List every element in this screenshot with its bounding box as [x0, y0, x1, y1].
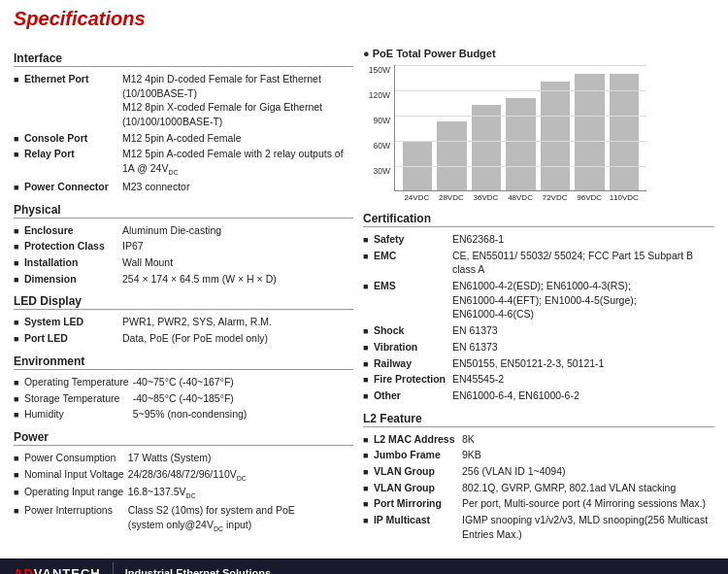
table-row: ■ Relay Port M12 5pin A-coded Female wit… — [14, 146, 353, 179]
value-vlan-group-1: 256 (VLAN ID 1~4094) — [460, 463, 714, 480]
table-row: ■ Installation Wall Mount — [14, 254, 353, 271]
table-row: ■ Console Port M12 5pin A-coded Female — [14, 130, 353, 147]
table-row: ■ VLAN Group 802.1Q, GVRP, GMRP, 802.1ad… — [363, 480, 714, 496]
label-storage-temp: ■ Storage Temperature — [14, 390, 131, 407]
chart-container: ● PoE Total Power Budget 150W 120W 90W 6… — [363, 48, 714, 202]
label-other: ■ Other — [363, 388, 450, 404]
section-power: Power — [14, 430, 353, 446]
bar-72vdc — [541, 65, 570, 190]
logo-prefix: AD — [14, 566, 34, 574]
label-safety: ■ Safety — [363, 231, 450, 248]
left-column: Interface ■ Ethernet Port M12 4pin D-cod… — [14, 44, 353, 544]
table-row: ■ Vibration EN 61373 — [363, 339, 714, 355]
table-row: ■ System LED PWR1, PWR2, SYS, Alarm, R.M… — [14, 314, 353, 330]
value-port-led: Data, PoE (For PoE model only) — [120, 330, 353, 347]
label-fire-protection: ■ Fire Protection — [363, 371, 450, 388]
label-mac: ■ L2 MAC Address — [363, 431, 460, 448]
section-physical: Physical — [14, 203, 353, 219]
value-vibration: EN 61373 — [450, 339, 714, 355]
value-emc: CE, EN55011/ 55032/ 55024; FCC Part 15 S… — [450, 248, 714, 278]
table-row: ■ Operating Input range 16.8~137.5VDC — [14, 484, 353, 502]
label-power-connector: ■ Power Connector — [14, 179, 120, 195]
label-protection-class: ■ Protection Class — [14, 238, 120, 254]
y-label-30: 30W — [363, 166, 390, 176]
value-fire-protection: EN45545-2 — [450, 371, 714, 388]
value-other: EN61000-6-4, EN61000-6-2 — [450, 388, 714, 404]
value-railway: EN50155, EN50121-2-3, 50121-1 — [450, 355, 714, 372]
value-protection-class: IP67 — [120, 238, 353, 254]
table-row: ■ IP Multicast IGMP snooping v1/v2/v3, M… — [363, 512, 714, 542]
power-table: ■ Power Consumption 17 Watts (System) ■ … — [14, 450, 353, 535]
table-row: ■ Jumbo Frame 9KB — [363, 447, 714, 463]
value-installation: Wall Mount — [120, 254, 353, 271]
table-row: ■ Storage Temperature -40~85°C (-40~185°… — [14, 390, 353, 407]
bar-96vdc — [575, 65, 604, 190]
table-row: ■ Ethernet Port M12 4pin D-coded Female … — [14, 71, 353, 130]
label-vibration: ■ Vibration — [363, 339, 450, 355]
table-row: ■ EMC CE, EN55011/ 55032/ 55024; FCC Par… — [363, 248, 714, 278]
interface-table: ■ Ethernet Port M12 4pin D-coded Female … — [14, 71, 353, 195]
table-row: ■ Nominal Input Voltage 24/28/36/48/72/9… — [14, 466, 353, 485]
x-label-28vdc: 28VDC — [437, 193, 467, 202]
table-row: ■ Power Connector M23 connector — [14, 179, 353, 195]
table-row: ■ Power Consumption 17 Watts (System) — [14, 450, 353, 466]
y-label-60: 60W — [363, 141, 390, 151]
table-row: ■ Safety EN62368-1 — [363, 231, 714, 248]
value-power-consumption: 17 Watts (System) — [126, 450, 353, 466]
value-ip-multicast: IGMP snooping v1/v2/v3, MLD snooping(256… — [460, 512, 714, 542]
page-title: Specifications — [0, 0, 728, 34]
logo-suffix: VANTECH — [34, 566, 101, 574]
table-row: ■ Port LED Data, PoE (For PoE model only… — [14, 330, 353, 347]
value-vlan-group-2: 802.1Q, GVRP, GMRP, 802.1ad VLAN stackin… — [460, 480, 714, 496]
label-dimension: ■ Dimension — [14, 271, 120, 287]
bar-fill — [506, 98, 535, 190]
right-column: ● PoE Total Power Budget 150W 120W 90W 6… — [363, 44, 714, 544]
value-dimension: 254 × 174 × 64.5 mm (W × H × D) — [120, 271, 353, 287]
footer-main: ADVANTECH Industrial Ethernet Solutions — [0, 558, 728, 574]
physical-table: ■ Enclosure Aluminum Die-casting ■ Prote… — [14, 222, 353, 287]
label-port-led: ■ Port LED — [14, 330, 120, 347]
label-installation: ■ Installation — [14, 254, 120, 271]
value-operating-temp: -40~75°C (-40~167°F) — [131, 374, 353, 390]
value-relay-port: M12 5pin A-coded Female with 2 relay out… — [120, 146, 353, 179]
label-console-port: ■ Console Port — [14, 130, 120, 147]
footer-tagline: Industrial Ethernet Solutions — [125, 567, 271, 574]
label-power-consumption: ■ Power Consumption — [14, 450, 126, 466]
label-relay-port: ■ Relay Port — [14, 146, 120, 179]
value-mac: 8K — [460, 431, 714, 448]
label-enclosure: ■ Enclosure — [14, 222, 120, 239]
section-interface: Interface — [14, 51, 353, 67]
bar-fill — [575, 74, 604, 190]
label-operating-range: ■ Operating Input range — [14, 484, 126, 502]
value-humidity: 5~95% (non-condensing) — [131, 406, 353, 422]
footer-logo: ADVANTECH — [14, 566, 101, 574]
bar-fill — [541, 82, 570, 190]
table-row: ■ Shock EN 61373 — [363, 322, 714, 339]
bar-fill — [437, 121, 466, 190]
section-led: LED Display — [14, 294, 353, 310]
table-row: ■ Enclosure Aluminum Die-casting — [14, 222, 353, 239]
x-label-96vdc: 96VDC — [575, 193, 605, 202]
table-row: ■ Humidity 5~95% (non-condensing) — [14, 406, 353, 422]
value-ems: EN61000-4-2(ESD); EN61000-4-3(RS);EN6100… — [450, 278, 714, 322]
table-row: ■ Fire Protection EN45545-2 — [363, 371, 714, 388]
value-system-led: PWR1, PWR2, SYS, Alarm, R.M. — [120, 314, 353, 330]
bar-28vdc — [437, 65, 466, 190]
label-port-mirroring: ■ Port Mirroring — [363, 495, 460, 512]
label-vlan-group-2: ■ VLAN Group — [363, 480, 460, 496]
value-console-port: M12 5pin A-coded Female — [120, 130, 353, 147]
label-power-interruptions: ■ Power Interruptions — [14, 502, 126, 535]
l2-table: ■ L2 MAC Address 8K ■ Jumbo Frame 9KB ■ … — [363, 431, 714, 543]
value-nominal-voltage: 24/28/36/48/72/96/110VDC — [126, 466, 353, 485]
x-label-24vdc: 24VDC — [402, 193, 432, 202]
table-row: ■ VLAN Group 256 (VLAN ID 1~4094) — [363, 463, 714, 480]
bar-fill — [610, 74, 639, 190]
value-operating-range: 16.8~137.5VDC — [126, 484, 353, 502]
table-row: ■ Operating Temperature -40~75°C (-40~16… — [14, 374, 353, 390]
value-power-connector: M23 connector — [120, 179, 353, 195]
table-row: ■ L2 MAC Address 8K — [363, 431, 714, 448]
led-table: ■ System LED PWR1, PWR2, SYS, Alarm, R.M… — [14, 314, 353, 346]
bar-110vdc — [610, 65, 639, 190]
y-label-90: 90W — [363, 116, 390, 125]
environment-table: ■ Operating Temperature -40~75°C (-40~16… — [14, 374, 353, 422]
